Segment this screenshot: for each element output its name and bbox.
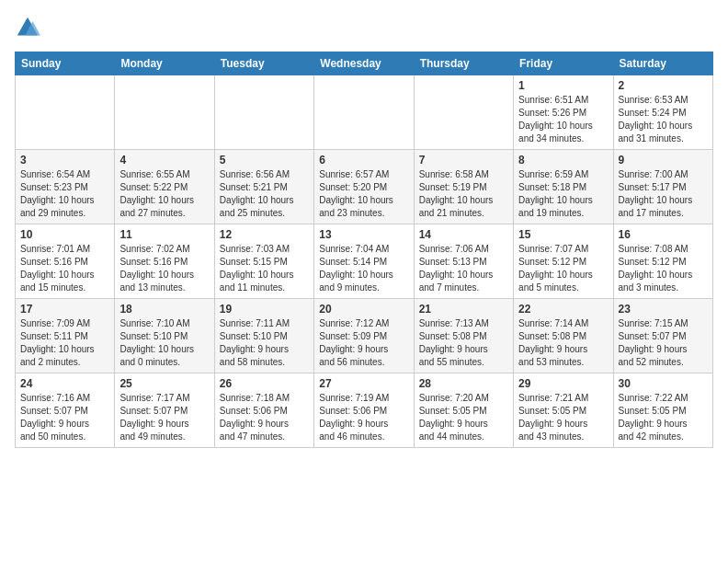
day-number: 15 — [518, 228, 608, 241]
day-cell: 17Sunrise: 7:09 AMSunset: 5:11 PMDayligh… — [16, 299, 115, 373]
week-row-1: 3Sunrise: 6:54 AMSunset: 5:23 PMDaylight… — [16, 150, 713, 224]
day-info: Sunrise: 7:03 AMSunset: 5:15 PMDaylight:… — [220, 243, 309, 294]
day-cell: 10Sunrise: 7:01 AMSunset: 5:16 PMDayligh… — [16, 224, 115, 299]
day-cell: 7Sunrise: 6:58 AMSunset: 5:19 PMDaylight… — [414, 150, 513, 224]
calendar-header: SundayMondayTuesdayWednesdayThursdayFrid… — [16, 52, 713, 75]
day-cell: 25Sunrise: 7:17 AMSunset: 5:07 PMDayligh… — [115, 373, 214, 448]
day-number: 14 — [419, 228, 508, 241]
weekday-row: SundayMondayTuesdayWednesdayThursdayFrid… — [16, 52, 713, 75]
day-info: Sunrise: 7:14 AMSunset: 5:08 PMDaylight:… — [518, 317, 608, 369]
day-cell: 12Sunrise: 7:03 AMSunset: 5:15 PMDayligh… — [214, 224, 313, 299]
day-number: 4 — [119, 154, 209, 167]
day-number: 19 — [220, 303, 309, 316]
day-cell: 22Sunrise: 7:14 AMSunset: 5:08 PMDayligh… — [514, 299, 613, 373]
day-cell: 26Sunrise: 7:18 AMSunset: 5:06 PMDayligh… — [214, 373, 313, 448]
day-number: 23 — [619, 303, 708, 316]
day-number: 8 — [518, 154, 608, 167]
day-cell: 30Sunrise: 7:22 AMSunset: 5:05 PMDayligh… — [613, 373, 712, 448]
day-number: 9 — [619, 154, 708, 167]
day-number: 11 — [119, 228, 209, 241]
day-info: Sunrise: 6:54 AMSunset: 5:23 PMDaylight:… — [20, 168, 109, 220]
day-cell: 8Sunrise: 6:59 AMSunset: 5:18 PMDaylight… — [514, 150, 613, 224]
day-number: 1 — [518, 79, 608, 92]
day-cell: 4Sunrise: 6:55 AMSunset: 5:22 PMDaylight… — [115, 150, 214, 224]
day-cell — [16, 75, 115, 150]
day-info: Sunrise: 7:15 AMSunset: 5:07 PMDaylight:… — [619, 317, 708, 369]
day-info: Sunrise: 7:01 AMSunset: 5:16 PMDaylight:… — [20, 243, 109, 294]
page: SundayMondayTuesdayWednesdayThursdayFrid… — [0, 0, 728, 463]
day-cell: 29Sunrise: 7:21 AMSunset: 5:05 PMDayligh… — [514, 373, 613, 448]
day-cell: 20Sunrise: 7:12 AMSunset: 5:09 PMDayligh… — [314, 299, 414, 373]
day-cell — [314, 75, 414, 150]
day-cell: 14Sunrise: 7:06 AMSunset: 5:13 PMDayligh… — [414, 224, 513, 299]
day-number: 29 — [518, 377, 608, 390]
week-row-4: 24Sunrise: 7:16 AMSunset: 5:07 PMDayligh… — [16, 373, 713, 448]
day-cell: 28Sunrise: 7:20 AMSunset: 5:05 PMDayligh… — [414, 373, 513, 448]
logo — [15, 15, 44, 40]
day-cell: 24Sunrise: 7:16 AMSunset: 5:07 PMDayligh… — [16, 373, 115, 448]
week-row-2: 10Sunrise: 7:01 AMSunset: 5:16 PMDayligh… — [16, 224, 713, 299]
day-info: Sunrise: 6:51 AMSunset: 5:26 PMDaylight:… — [518, 94, 608, 145]
day-number: 22 — [518, 303, 608, 316]
day-number: 3 — [20, 154, 109, 167]
weekday-wednesday: Wednesday — [314, 52, 414, 75]
day-info: Sunrise: 7:16 AMSunset: 5:07 PMDaylight:… — [20, 392, 109, 443]
day-info: Sunrise: 7:20 AMSunset: 5:05 PMDaylight:… — [419, 392, 508, 443]
day-info: Sunrise: 6:53 AMSunset: 5:24 PMDaylight:… — [619, 94, 708, 145]
weekday-saturday: Saturday — [613, 52, 712, 75]
day-cell: 13Sunrise: 7:04 AMSunset: 5:14 PMDayligh… — [314, 224, 414, 299]
week-row-0: 1Sunrise: 6:51 AMSunset: 5:26 PMDaylight… — [16, 75, 713, 150]
day-info: Sunrise: 7:09 AMSunset: 5:11 PMDaylight:… — [20, 317, 109, 369]
calendar: SundayMondayTuesdayWednesdayThursdayFrid… — [15, 52, 713, 448]
day-info: Sunrise: 7:04 AMSunset: 5:14 PMDaylight:… — [319, 243, 408, 294]
day-cell: 21Sunrise: 7:13 AMSunset: 5:08 PMDayligh… — [414, 299, 513, 373]
day-cell: 5Sunrise: 6:56 AMSunset: 5:21 PMDaylight… — [214, 150, 313, 224]
day-number: 16 — [619, 228, 708, 241]
day-info: Sunrise: 7:10 AMSunset: 5:10 PMDaylight:… — [119, 317, 209, 369]
day-cell: 2Sunrise: 6:53 AMSunset: 5:24 PMDaylight… — [613, 75, 712, 150]
day-cell: 15Sunrise: 7:07 AMSunset: 5:12 PMDayligh… — [514, 224, 613, 299]
day-info: Sunrise: 7:22 AMSunset: 5:05 PMDaylight:… — [619, 392, 708, 443]
day-number: 13 — [319, 228, 408, 241]
day-info: Sunrise: 6:57 AMSunset: 5:20 PMDaylight:… — [319, 168, 408, 220]
day-number: 20 — [319, 303, 408, 316]
weekday-sunday: Sunday — [16, 52, 115, 75]
day-number: 27 — [319, 377, 408, 390]
day-info: Sunrise: 7:11 AMSunset: 5:10 PMDaylight:… — [220, 317, 309, 369]
day-info: Sunrise: 7:06 AMSunset: 5:13 PMDaylight:… — [419, 243, 508, 294]
day-cell: 11Sunrise: 7:02 AMSunset: 5:16 PMDayligh… — [115, 224, 214, 299]
day-number: 24 — [20, 377, 109, 390]
day-number: 6 — [319, 154, 408, 167]
day-cell: 16Sunrise: 7:08 AMSunset: 5:12 PMDayligh… — [613, 224, 712, 299]
day-number: 10 — [20, 228, 109, 241]
day-number: 28 — [419, 377, 508, 390]
day-info: Sunrise: 7:07 AMSunset: 5:12 PMDaylight:… — [518, 243, 608, 294]
day-info: Sunrise: 7:19 AMSunset: 5:06 PMDaylight:… — [319, 392, 408, 443]
day-info: Sunrise: 7:13 AMSunset: 5:08 PMDaylight:… — [419, 317, 508, 369]
day-info: Sunrise: 7:21 AMSunset: 5:05 PMDaylight:… — [518, 392, 608, 443]
day-info: Sunrise: 7:02 AMSunset: 5:16 PMDaylight:… — [119, 243, 209, 294]
day-cell: 19Sunrise: 7:11 AMSunset: 5:10 PMDayligh… — [214, 299, 313, 373]
day-number: 21 — [419, 303, 508, 316]
logo-icon — [15, 15, 40, 40]
day-number: 30 — [619, 377, 708, 390]
weekday-friday: Friday — [514, 52, 613, 75]
day-number: 2 — [619, 79, 708, 92]
day-info: Sunrise: 6:56 AMSunset: 5:21 PMDaylight:… — [220, 168, 309, 220]
day-cell: 3Sunrise: 6:54 AMSunset: 5:23 PMDaylight… — [16, 150, 115, 224]
day-number: 17 — [20, 303, 109, 316]
weekday-thursday: Thursday — [414, 52, 513, 75]
header — [15, 15, 713, 40]
day-cell: 9Sunrise: 7:00 AMSunset: 5:17 PMDaylight… — [613, 150, 712, 224]
day-info: Sunrise: 6:58 AMSunset: 5:19 PMDaylight:… — [419, 168, 508, 220]
day-number: 7 — [419, 154, 508, 167]
day-number: 25 — [119, 377, 209, 390]
day-info: Sunrise: 6:55 AMSunset: 5:22 PMDaylight:… — [119, 168, 209, 220]
day-info: Sunrise: 7:00 AMSunset: 5:17 PMDaylight:… — [619, 168, 708, 220]
calendar-body: 1Sunrise: 6:51 AMSunset: 5:26 PMDaylight… — [16, 75, 713, 448]
weekday-tuesday: Tuesday — [214, 52, 313, 75]
day-info: Sunrise: 7:17 AMSunset: 5:07 PMDaylight:… — [119, 392, 209, 443]
day-cell — [115, 75, 214, 150]
day-cell: 27Sunrise: 7:19 AMSunset: 5:06 PMDayligh… — [314, 373, 414, 448]
day-cell: 18Sunrise: 7:10 AMSunset: 5:10 PMDayligh… — [115, 299, 214, 373]
